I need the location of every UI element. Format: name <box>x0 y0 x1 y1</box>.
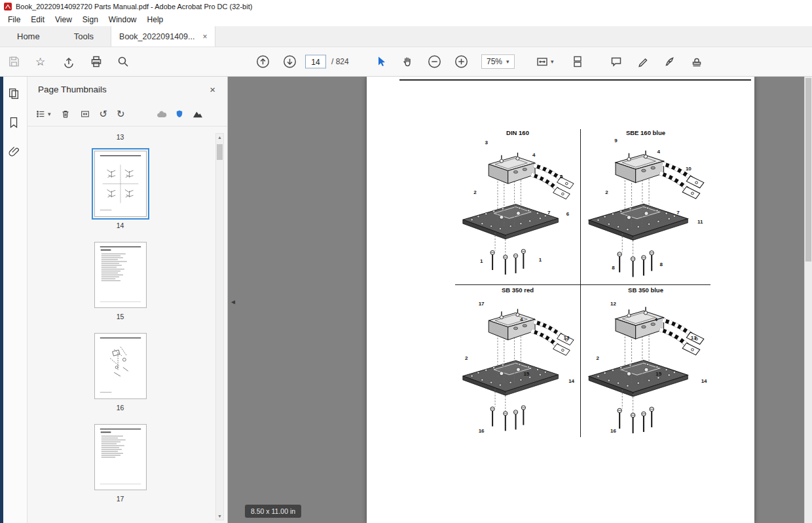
tab-document-label: Book_2022091409... <box>119 32 194 41</box>
callout-number: 7 <box>547 210 550 216</box>
thumbnails-panel: Page Thumbnails × ▾ ↺ ↻ 13 <box>28 77 228 523</box>
find-button[interactable] <box>117 55 130 68</box>
sign-button[interactable] <box>663 55 676 68</box>
scroll-down-icon[interactable]: ▼ <box>216 514 223 518</box>
print-button[interactable] <box>90 55 103 68</box>
zoom-level-dropdown[interactable]: 75% ▾ <box>481 54 515 69</box>
highlighter-icon <box>637 55 650 68</box>
pointer-icon <box>375 55 388 68</box>
tab-close-icon[interactable]: × <box>202 33 207 41</box>
zoom-in-button[interactable] <box>454 55 468 69</box>
quadrant-label: SBE 160 blue <box>581 129 710 136</box>
document-scrollbar[interactable] <box>804 77 812 523</box>
cloud-icon[interactable] <box>157 110 167 118</box>
connector-assembly-drawing <box>582 136 709 282</box>
zoom-level-value: 75% <box>487 57 502 66</box>
mountain-icon[interactable] <box>192 109 204 119</box>
share-button[interactable] <box>62 55 75 68</box>
callout-number: 4 <box>520 316 523 322</box>
stamp-button[interactable] <box>690 55 703 68</box>
menu-help[interactable]: Help <box>142 14 169 26</box>
panel-title: Page Thumbnails <box>38 85 107 94</box>
highlight-button[interactable] <box>637 55 650 68</box>
quadrant-label: DIN 160 <box>455 129 580 136</box>
panel-scrollbar-thumb[interactable] <box>217 144 223 160</box>
thumbnail-diagram-grid <box>95 151 146 216</box>
rotate-cw-icon[interactable]: ↻ <box>117 109 125 119</box>
callout-number: 2 <box>605 189 608 195</box>
menu-file[interactable]: File <box>3 14 26 26</box>
document-scrollbar-thumb[interactable] <box>805 78 811 262</box>
page-display-button[interactable] <box>571 55 584 68</box>
figure-quadrant-sb350red: SB 350 red 174132151416 <box>455 285 580 440</box>
hand-tool-button[interactable] <box>401 55 414 68</box>
figure-quadrant-sbe160: SBE 160 blue 9410271188 <box>581 128 710 284</box>
thumbnail-label-15: 15 <box>81 313 160 320</box>
previous-page-button[interactable] <box>256 55 270 69</box>
star-button[interactable]: ☆ <box>35 56 45 68</box>
thumbnail-item-16[interactable]: 16 <box>81 333 160 412</box>
thumbnail-item-17[interactable]: 17 <box>81 424 160 503</box>
plus-circle-icon <box>454 55 468 69</box>
menu-bar: File Edit View Sign Window Help <box>0 13 812 26</box>
callout-number: 15 <box>523 370 529 376</box>
select-tool-button[interactable] <box>375 55 388 68</box>
callout-number: 13 <box>691 335 697 341</box>
callout-number: 17 <box>479 301 485 307</box>
next-page-button[interactable] <box>283 55 297 69</box>
parts-figure: DIN 160 34527611 SBE 160 blue 9410271188… <box>455 128 710 440</box>
star-icon: ☆ <box>35 56 45 68</box>
scroll-up-icon[interactable]: ▲ <box>216 135 223 140</box>
upload-cloud-icon <box>62 55 75 68</box>
thumbnail-label-13[interactable]: 13 <box>28 133 213 141</box>
options-menu-button[interactable]: ▾ <box>35 109 51 119</box>
zoom-out-button[interactable] <box>428 55 441 69</box>
comment-button[interactable] <box>610 55 623 68</box>
attachments-icon[interactable] <box>7 145 20 158</box>
main-area: Page Thumbnails × ▾ ↺ ↻ 13 <box>0 77 812 523</box>
tab-tools[interactable]: Tools <box>57 26 111 47</box>
callout-number: 4 <box>657 148 660 154</box>
bookmarks-icon[interactable] <box>7 116 20 129</box>
thumbnail-list: 13 14 <box>28 126 213 523</box>
callout-number: 12 <box>610 301 616 307</box>
thumbnail-label-17: 17 <box>81 495 160 503</box>
save-button[interactable] <box>8 56 20 68</box>
panel-close-icon[interactable]: × <box>210 84 215 95</box>
thumbnail-item-15[interactable]: 15 <box>81 242 160 320</box>
rotate-ccw-icon[interactable]: ↺ <box>100 109 108 119</box>
document-area[interactable]: ◄ DIN 160 34527611 SBE 160 blue 94102711… <box>228 77 812 523</box>
thumbnail-preview[interactable] <box>94 333 147 399</box>
thumbnail-preview[interactable] <box>94 151 147 217</box>
fit-width-button[interactable]: ▾ <box>536 55 554 68</box>
thumbnail-item-14[interactable]: 14 <box>81 151 160 229</box>
thumbnail-preview[interactable] <box>94 242 147 308</box>
shield-icon[interactable] <box>175 109 184 119</box>
title-bar: Book_20220914092720 Parts Manual.pdf - A… <box>0 0 812 13</box>
thumbnail-preview[interactable] <box>94 424 147 490</box>
panel-collapse-icon[interactable]: ◄ <box>230 298 236 305</box>
panel-scrollbar[interactable]: ▲ ▼ <box>215 133 224 520</box>
resize-pages-icon[interactable] <box>80 109 90 119</box>
tab-home[interactable]: Home <box>0 26 57 47</box>
callout-number: 7 <box>676 210 679 216</box>
arrow-up-circle-icon <box>256 55 270 69</box>
tab-document[interactable]: Book_2022091409... × <box>111 26 215 47</box>
tab-bar: Home Tools Book_2022091409... × <box>0 26 812 47</box>
pdf-page: DIN 160 34527611 SBE 160 blue 9410271188… <box>367 77 754 523</box>
hand-icon <box>401 55 414 68</box>
menu-sign[interactable]: Sign <box>77 14 103 26</box>
callout-number: 9 <box>614 138 617 144</box>
scrolling-pages-icon <box>571 55 584 68</box>
arrow-down-circle-icon <box>283 55 297 69</box>
nav-icon-strip <box>0 77 28 523</box>
menu-view[interactable]: View <box>50 14 77 26</box>
page-total-label: / 824 <box>331 57 349 66</box>
thumbnail-diagram-exploded <box>95 334 146 398</box>
menu-edit[interactable]: Edit <box>26 14 50 26</box>
page-number-input[interactable] <box>305 55 326 69</box>
delete-pages-icon[interactable] <box>60 109 71 119</box>
menu-window[interactable]: Window <box>103 14 142 26</box>
fountain-pen-icon <box>663 55 676 68</box>
page-thumbnails-icon[interactable] <box>7 87 20 100</box>
